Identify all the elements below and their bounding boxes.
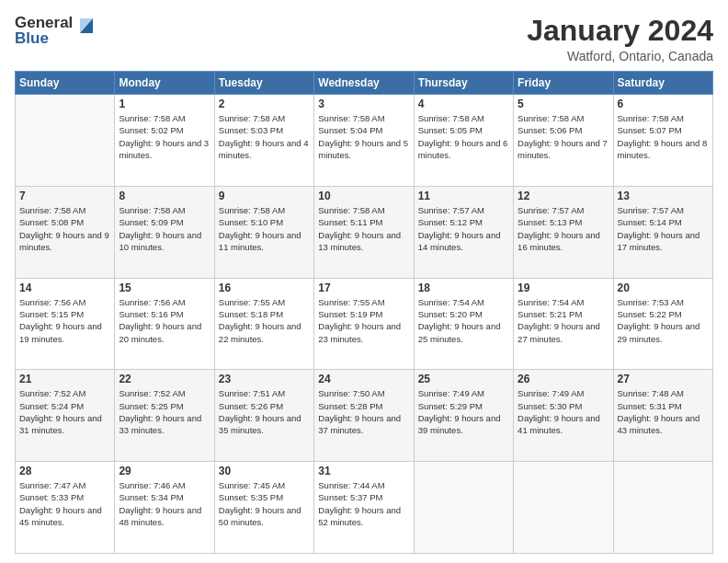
day-number: 22 [119, 373, 210, 385]
logo-general: General [15, 15, 73, 30]
table-row: 31Sunrise: 7:44 AMSunset: 5:37 PMDayligh… [314, 462, 414, 554]
col-thursday: Thursday [414, 72, 513, 95]
day-info: Sunrise: 7:55 AMSunset: 5:19 PMDaylight:… [318, 296, 409, 345]
col-wednesday: Wednesday [314, 72, 414, 95]
table-row: 5Sunrise: 7:58 AMSunset: 5:06 PMDaylight… [514, 95, 613, 187]
day-number: 11 [418, 190, 509, 202]
table-row: 22Sunrise: 7:52 AMSunset: 5:25 PMDayligh… [115, 370, 214, 462]
day-info: Sunrise: 7:58 AMSunset: 5:04 PMDaylight:… [318, 112, 409, 161]
table-row: 14Sunrise: 7:56 AMSunset: 5:15 PMDayligh… [16, 278, 115, 370]
day-info: Sunrise: 7:56 AMSunset: 5:16 PMDaylight:… [119, 296, 210, 345]
day-info: Sunrise: 7:48 AMSunset: 5:31 PMDaylight:… [618, 387, 709, 436]
table-row: 15Sunrise: 7:56 AMSunset: 5:16 PMDayligh… [115, 278, 214, 370]
col-sunday: Sunday [16, 72, 115, 95]
day-info: Sunrise: 7:47 AMSunset: 5:33 PMDaylight:… [19, 479, 110, 528]
day-info: Sunrise: 7:46 AMSunset: 5:34 PMDaylight:… [119, 479, 210, 528]
day-number: 6 [618, 98, 709, 110]
day-number: 31 [318, 465, 409, 477]
day-number: 16 [219, 282, 310, 294]
day-info: Sunrise: 7:58 AMSunset: 5:06 PMDaylight:… [518, 112, 609, 161]
day-info: Sunrise: 7:58 AMSunset: 5:03 PMDaylight:… [219, 112, 310, 161]
table-row: 17Sunrise: 7:55 AMSunset: 5:19 PMDayligh… [314, 278, 414, 370]
table-row: 29Sunrise: 7:46 AMSunset: 5:34 PMDayligh… [115, 462, 214, 554]
col-monday: Monday [115, 72, 214, 95]
table-row: 25Sunrise: 7:49 AMSunset: 5:29 PMDayligh… [414, 370, 513, 462]
day-number: 27 [618, 373, 709, 385]
calendar-table: Sunday Monday Tuesday Wednesday Thursday… [15, 71, 713, 554]
day-number: 4 [418, 98, 509, 110]
day-number: 5 [518, 98, 609, 110]
table-row: 11Sunrise: 7:57 AMSunset: 5:12 PMDayligh… [414, 186, 513, 278]
table-row: 16Sunrise: 7:55 AMSunset: 5:18 PMDayligh… [214, 278, 313, 370]
day-info: Sunrise: 7:58 AMSunset: 5:08 PMDaylight:… [19, 204, 110, 253]
day-info: Sunrise: 7:56 AMSunset: 5:15 PMDaylight:… [19, 296, 110, 345]
table-row: 7Sunrise: 7:58 AMSunset: 5:08 PMDaylight… [16, 186, 115, 278]
day-info: Sunrise: 7:58 AMSunset: 5:02 PMDaylight:… [119, 112, 210, 161]
day-number: 12 [518, 190, 609, 202]
table-row: 9Sunrise: 7:58 AMSunset: 5:10 PMDaylight… [214, 186, 313, 278]
day-info: Sunrise: 7:53 AMSunset: 5:22 PMDaylight:… [618, 296, 709, 345]
table-row [613, 462, 712, 554]
day-number: 25 [418, 373, 509, 385]
table-row: 3Sunrise: 7:58 AMSunset: 5:04 PMDaylight… [314, 95, 414, 187]
day-info: Sunrise: 7:50 AMSunset: 5:28 PMDaylight:… [318, 387, 409, 436]
day-number: 10 [318, 190, 409, 202]
day-info: Sunrise: 7:45 AMSunset: 5:35 PMDaylight:… [219, 479, 310, 528]
day-info: Sunrise: 7:51 AMSunset: 5:26 PMDaylight:… [219, 387, 310, 436]
day-number: 3 [318, 98, 409, 110]
table-row: 20Sunrise: 7:53 AMSunset: 5:22 PMDayligh… [613, 278, 712, 370]
logo-triangle-icon [76, 17, 97, 40]
day-number: 7 [19, 190, 110, 202]
day-info: Sunrise: 7:58 AMSunset: 5:11 PMDaylight:… [318, 204, 409, 253]
table-row: 19Sunrise: 7:54 AMSunset: 5:21 PMDayligh… [514, 278, 613, 370]
day-info: Sunrise: 7:57 AMSunset: 5:14 PMDaylight:… [618, 204, 709, 253]
day-number: 21 [19, 373, 110, 385]
day-number: 23 [219, 373, 310, 385]
day-number: 14 [19, 282, 110, 294]
day-info: Sunrise: 7:55 AMSunset: 5:18 PMDaylight:… [219, 296, 310, 345]
col-friday: Friday [514, 72, 613, 95]
day-number: 2 [219, 98, 310, 110]
table-row: 4Sunrise: 7:58 AMSunset: 5:05 PMDaylight… [414, 95, 513, 187]
day-info: Sunrise: 7:49 AMSunset: 5:29 PMDaylight:… [418, 387, 509, 436]
table-row: 8Sunrise: 7:58 AMSunset: 5:09 PMDaylight… [115, 186, 214, 278]
day-info: Sunrise: 7:58 AMSunset: 5:10 PMDaylight:… [219, 204, 310, 253]
day-number: 15 [119, 282, 210, 294]
day-number: 18 [418, 282, 509, 294]
table-row: 21Sunrise: 7:52 AMSunset: 5:24 PMDayligh… [16, 370, 115, 462]
day-number: 13 [618, 190, 709, 202]
day-info: Sunrise: 7:54 AMSunset: 5:21 PMDaylight:… [518, 296, 609, 345]
day-info: Sunrise: 7:54 AMSunset: 5:20 PMDaylight:… [418, 296, 509, 345]
table-row: 12Sunrise: 7:57 AMSunset: 5:13 PMDayligh… [514, 186, 613, 278]
day-number: 30 [219, 465, 310, 477]
day-info: Sunrise: 7:58 AMSunset: 5:05 PMDaylight:… [418, 112, 509, 161]
day-number: 29 [119, 465, 210, 477]
day-info: Sunrise: 7:52 AMSunset: 5:25 PMDaylight:… [119, 387, 210, 436]
logo-blue: Blue [15, 30, 49, 46]
table-row: 26Sunrise: 7:49 AMSunset: 5:30 PMDayligh… [514, 370, 613, 462]
table-row: 13Sunrise: 7:57 AMSunset: 5:14 PMDayligh… [613, 186, 712, 278]
day-info: Sunrise: 7:49 AMSunset: 5:30 PMDaylight:… [518, 387, 609, 436]
month-title: January 2024 [527, 15, 713, 47]
day-info: Sunrise: 7:58 AMSunset: 5:07 PMDaylight:… [618, 112, 709, 161]
day-number: 8 [119, 190, 210, 202]
day-number: 19 [518, 282, 609, 294]
logo: General Blue [15, 15, 97, 46]
table-row: 10Sunrise: 7:58 AMSunset: 5:11 PMDayligh… [314, 186, 414, 278]
day-number: 24 [318, 373, 409, 385]
table-row: 6Sunrise: 7:58 AMSunset: 5:07 PMDaylight… [613, 95, 712, 187]
col-saturday: Saturday [613, 72, 712, 95]
day-info: Sunrise: 7:58 AMSunset: 5:09 PMDaylight:… [119, 204, 210, 253]
table-row: 24Sunrise: 7:50 AMSunset: 5:28 PMDayligh… [314, 370, 414, 462]
calendar-header-row: Sunday Monday Tuesday Wednesday Thursday… [16, 72, 713, 95]
table-row [16, 95, 115, 187]
day-info: Sunrise: 7:52 AMSunset: 5:24 PMDaylight:… [19, 387, 110, 436]
col-tuesday: Tuesday [214, 72, 313, 95]
day-number: 1 [119, 98, 210, 110]
day-number: 17 [318, 282, 409, 294]
location: Watford, Ontario, Canada [527, 49, 713, 63]
table-row: 27Sunrise: 7:48 AMSunset: 5:31 PMDayligh… [613, 370, 712, 462]
title-block: January 2024 Watford, Ontario, Canada [527, 15, 713, 63]
table-row: 2Sunrise: 7:58 AMSunset: 5:03 PMDaylight… [214, 95, 313, 187]
table-row: 30Sunrise: 7:45 AMSunset: 5:35 PMDayligh… [214, 462, 313, 554]
